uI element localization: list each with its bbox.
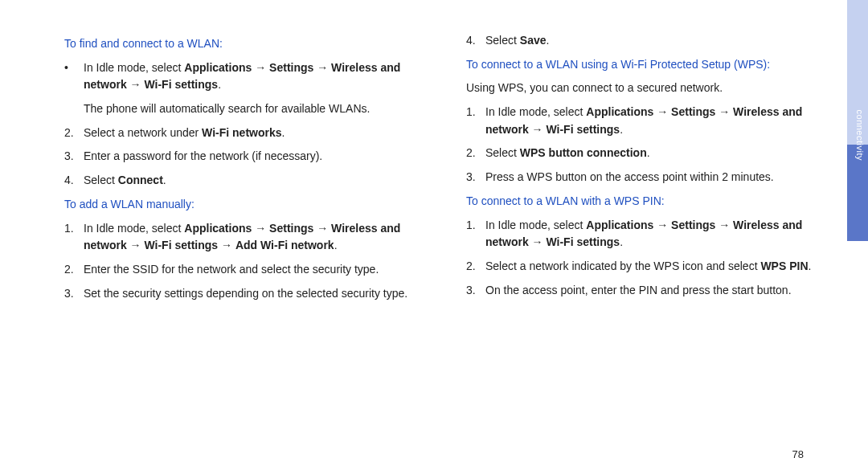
bold-run: Add Wi-Fi network xyxy=(235,239,334,251)
text-run: Select a network under xyxy=(84,126,202,139)
arrow-text: → xyxy=(218,239,235,251)
text-run: In Idle mode, select xyxy=(485,105,586,118)
arrow-text: → xyxy=(313,61,331,74)
arrow-text: → xyxy=(653,105,671,118)
list-item-text: In Idle mode, select Applications → Sett… xyxy=(485,217,836,251)
bold-run: Applications xyxy=(586,219,653,231)
text-run: . xyxy=(620,123,623,136)
text-run: Select xyxy=(485,146,520,159)
arrow-text: → xyxy=(653,219,671,231)
list-item: 1. In Idle mode, select Applications → S… xyxy=(64,220,434,255)
list-item-text: In Idle mode, select Applications → Sett… xyxy=(84,59,434,94)
arrow-text: → xyxy=(715,219,733,231)
text-run: In Idle mode, select xyxy=(84,61,184,74)
list-item-text: Select WPS button connection. xyxy=(485,145,650,162)
list-item: 4. Select Connect. xyxy=(64,172,434,190)
list-item: 3. On the access point, enter the PIN an… xyxy=(466,282,836,300)
bold-run: Connect xyxy=(118,174,163,186)
number-marker: 4. xyxy=(466,32,485,50)
section-tab: connectivity xyxy=(847,0,868,470)
bold-run: Wi-Fi settings xyxy=(144,239,218,251)
text-run: . xyxy=(163,174,166,186)
arrow-text: → xyxy=(127,78,145,91)
bold-run: Settings xyxy=(269,61,313,74)
bold-run: Settings xyxy=(269,222,313,235)
text-run: . xyxy=(218,78,221,91)
arrow-text: → xyxy=(529,123,547,136)
text-run: . xyxy=(647,146,650,159)
list-item: 2. Select a network indicated by the WPS… xyxy=(466,258,836,276)
number-marker: 3. xyxy=(466,282,485,300)
document-page: To find and connect to a WLAN: • In Idle… xyxy=(0,0,868,470)
list-item-text: Select Save. xyxy=(485,32,549,50)
text-run: In Idle mode, select xyxy=(84,222,184,235)
text-run: . xyxy=(620,235,623,248)
list-item-text: Set the security settings depending on t… xyxy=(84,285,407,303)
bold-run: Settings xyxy=(671,105,715,118)
bold-run: Wi-Fi networks xyxy=(202,126,281,139)
number-marker: 2. xyxy=(466,258,485,276)
bold-run: WPS PIN xyxy=(760,260,808,272)
arrow-text: → xyxy=(252,222,269,235)
arrow-text: → xyxy=(715,105,733,118)
text-run: In Idle mode, select xyxy=(485,219,586,231)
text-run: Select xyxy=(84,174,118,186)
arrow-text: → xyxy=(252,61,269,74)
list-item-text: In Idle mode, select Applications → Sett… xyxy=(485,104,836,138)
section-heading: To connect to a WLAN with a WPS PIN: xyxy=(466,193,836,210)
list-item: 4. Select Save. xyxy=(466,32,836,50)
intro-text: Using WPS, you can connect to a secured … xyxy=(466,80,836,97)
bold-run: Applications xyxy=(184,222,252,235)
section-heading: To connect to a WLAN using a Wi-Fi Prote… xyxy=(466,56,836,74)
list-item: 2. Select a network under Wi-Fi networks… xyxy=(64,125,434,142)
list-item-text: Enter a password for the network (if nec… xyxy=(84,148,322,166)
bold-run: WPS button connection xyxy=(520,146,647,159)
list-item-text: On the access point, enter the PIN and p… xyxy=(485,282,792,300)
list-item: 1. In Idle mode, select Applications → S… xyxy=(466,104,836,138)
number-marker: 3. xyxy=(64,285,84,303)
bold-run: Wi-Fi settings xyxy=(546,235,620,248)
text-run: Select xyxy=(485,34,520,47)
number-marker: 2. xyxy=(64,261,84,279)
text-run: . xyxy=(282,126,285,139)
number-marker: 1. xyxy=(64,220,84,255)
left-column: To find and connect to a WLAN: • In Idle… xyxy=(64,32,434,446)
sub-item-text: The phone will automatically search for … xyxy=(84,100,434,118)
arrow-text: → xyxy=(313,222,331,235)
text-run: . xyxy=(334,239,338,251)
bold-run: Applications xyxy=(586,105,653,118)
list-item: 2. Enter the SSID for the network and se… xyxy=(64,261,434,279)
list-item: 2. Select WPS button connection. xyxy=(466,145,836,162)
list-item-text: Press a WPS button on the access point w… xyxy=(485,169,774,186)
right-column: 4. Select Save. To connect to a WLAN usi… xyxy=(466,32,836,446)
number-marker: 3. xyxy=(466,169,485,186)
tab-label: connectivity xyxy=(855,110,865,161)
page-number: 78 xyxy=(792,448,804,460)
number-marker: 2. xyxy=(64,125,84,142)
list-item-text: Select a network under Wi-Fi networks. xyxy=(84,125,285,142)
text-run: . xyxy=(809,260,812,272)
list-item: 3. Enter a password for the network (if … xyxy=(64,148,434,166)
number-marker: 1. xyxy=(466,217,485,251)
list-item: • In Idle mode, select Applications → Se… xyxy=(64,59,434,94)
number-marker: 4. xyxy=(64,172,84,190)
bold-run: Settings xyxy=(671,219,715,231)
number-marker: 3. xyxy=(64,148,84,166)
list-item-text: Enter the SSID for the network and selec… xyxy=(84,261,379,279)
bold-run: Wi-Fi settings xyxy=(546,123,620,136)
list-item: 1. In Idle mode, select Applications → S… xyxy=(466,217,836,251)
list-item: 3. Press a WPS button on the access poin… xyxy=(466,169,836,186)
text-run: Select a network indicated by the WPS ic… xyxy=(485,260,760,272)
section-heading: To add a WLAN manually: xyxy=(64,196,434,214)
number-marker: 2. xyxy=(466,145,485,162)
list-item: 3. Set the security settings depending o… xyxy=(64,285,434,303)
bold-run: Applications xyxy=(184,61,252,74)
bullet-marker: • xyxy=(64,59,84,94)
arrow-text: → xyxy=(127,239,145,251)
bold-run: Save xyxy=(520,34,547,47)
arrow-text: → xyxy=(529,235,547,248)
list-item-text: Select a network indicated by the WPS ic… xyxy=(485,258,811,276)
bold-run: Wi-Fi settings xyxy=(144,78,218,91)
section-heading: To find and connect to a WLAN: xyxy=(64,35,434,53)
list-item-text: Select Connect. xyxy=(84,172,166,190)
